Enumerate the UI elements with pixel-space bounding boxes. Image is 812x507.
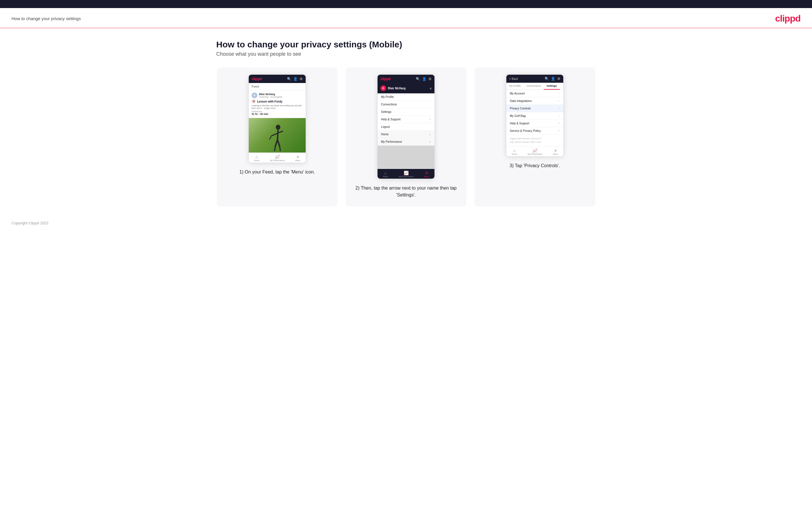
client-version: Clippd Client Version: 2022.8.3-3 (510, 137, 560, 140)
privacy-policy-ext-icon: ↗ (558, 129, 560, 132)
help-label-3: Help & Support (510, 122, 529, 125)
settings-item-privacy-policy[interactable]: Service & Privacy Policy ↗ (506, 127, 563, 135)
step-card-3: < Back 🔍 👤 ⚙ My Profile Connections Sett… (474, 67, 595, 207)
menu-username: Blair McHarg (388, 87, 406, 90)
page-heading: How to change your privacy settings (Mob… (216, 40, 596, 49)
menu-nav-performance[interactable]: My Performance ∨ (377, 138, 435, 146)
tab-my-profile[interactable]: My Profile (506, 83, 523, 90)
search-icon[interactable]: 🔍 (287, 77, 291, 81)
back-btn[interactable]: < Back (509, 77, 518, 80)
svg-point-0 (276, 125, 281, 130)
lesson-name: Lesson with Fordy (257, 100, 283, 103)
svg-line-6 (269, 136, 271, 139)
performance-icon-3: 📈 (532, 148, 538, 153)
menu-item-logout[interactable]: Logout (377, 123, 435, 131)
top-bar (0, 0, 812, 8)
version-info: Clippd Client Version: 2022.8.3-3 GQL Se… (506, 135, 563, 146)
bottom-nav-home-3[interactable]: ⌂ Home (511, 148, 517, 155)
menu-nav-home[interactable]: Home ∨ (377, 131, 435, 138)
feed-date: Yesterday · Sunningdale (259, 96, 283, 98)
settings-list: My Account › Data Integrations › Privacy… (506, 90, 563, 135)
nav-home-label: Home (381, 133, 389, 136)
settings-icon-2[interactable]: ⚙ (428, 77, 432, 81)
menu-label-3: Menu (553, 153, 558, 155)
bottom-nav-home-1[interactable]: ⌂ Home (254, 155, 259, 161)
svg-line-8 (280, 147, 281, 151)
footer: Copyright Clippd 2022 (0, 215, 812, 231)
step-card-2: clippd 🔍 👤 ⚙ B Blair McHarg ∧ (346, 67, 466, 207)
step3-caption: 3) Tap 'Privacy Controls'. (509, 162, 560, 169)
duration-label: Duration (252, 111, 303, 113)
phone-menu-overlay: My Profile Connections Settings Help & S… (377, 93, 435, 169)
bottom-nav-performance-3[interactable]: 📈 My Performance (527, 148, 542, 155)
help-support-label: Help & Support (381, 118, 401, 121)
phone-menu-user-row: B Blair McHarg ∧ (377, 83, 435, 93)
settings-item-data-integrations[interactable]: Data Integrations › (506, 97, 563, 105)
data-integrations-label: Data Integrations (510, 99, 531, 103)
close-label: Menu (424, 175, 429, 177)
bottom-nav-home-2[interactable]: ⌂ Home (383, 171, 388, 177)
performance-label-2: My Performance (399, 175, 413, 177)
feed-bar: Feed (249, 83, 306, 90)
home-label-3: Home (511, 153, 517, 155)
phone-mockup-3: < Back 🔍 👤 ⚙ My Profile Connections Sett… (506, 74, 564, 157)
privacy-controls-label: Privacy Controls (510, 107, 531, 110)
performance-icon-2: 📈 (404, 171, 409, 175)
user-icon-3[interactable]: 👤 (551, 77, 555, 81)
golfer-svg (267, 124, 287, 153)
nav-home-chevron: ∨ (429, 133, 431, 136)
menu-item-settings[interactable]: Settings (377, 108, 435, 116)
my-profile-label: My Profile (381, 95, 394, 99)
settings-icon-3[interactable]: ⚙ (557, 77, 560, 81)
chevron-up-icon[interactable]: ∧ (429, 87, 432, 90)
phone-icons-2: 🔍 👤 ⚙ (416, 77, 432, 81)
bottom-nav-menu-1[interactable]: ≡ Menu (295, 155, 301, 161)
menu-item-my-profile[interactable]: My Profile (377, 93, 435, 101)
privacy-policy-label: Service & Privacy Policy (510, 129, 541, 132)
external-icon: ↗ (429, 118, 431, 121)
step1-caption: 1) On your Feed, tap the 'Menu' icon. (239, 169, 315, 175)
feed-item: B Blair McHarg Yesterday · Sunningdale 🎯… (249, 90, 306, 118)
settings-item-help[interactable]: Help & Support ↗ (506, 120, 563, 127)
settings-item-golf-bag[interactable]: My Golf Bag › (506, 112, 563, 120)
my-account-chevron: › (559, 92, 560, 95)
tab-connections[interactable]: Connections (523, 83, 544, 90)
home-icon: ⌂ (256, 155, 258, 159)
performance-label-3: My Performance (527, 153, 542, 155)
phone-logo-1: clippd (252, 77, 262, 81)
lesson-desc: Looking to feel like my hands are exitin… (252, 104, 303, 109)
phone-icons-3: 🔍 👤 ⚙ (545, 77, 560, 81)
help-ext-icon: ↗ (558, 122, 560, 125)
settings-item-my-account[interactable]: My Account › (506, 90, 563, 97)
steps-row: clippd 🔍 👤 ⚙ Feed B Blair (216, 67, 596, 207)
bottom-nav-performance-1[interactable]: 📈 My Performance (270, 155, 285, 161)
phone-menu-user: B Blair McHarg (380, 85, 406, 91)
svg-line-3 (277, 139, 280, 147)
copyright: Copyright Clippd 2022 (11, 221, 49, 225)
svg-line-1 (277, 130, 278, 139)
feed-username: Blair McHarg (259, 93, 283, 96)
step2-caption: 2) Then, tap the arrow next to your name… (353, 185, 459, 199)
phone-mockup-2: clippd 🔍 👤 ⚙ B Blair McHarg ∧ (377, 74, 435, 179)
bottom-nav-close[interactable]: ✕ Menu (424, 171, 429, 177)
phone-topbar-3: < Back 🔍 👤 ⚙ (506, 75, 563, 83)
bottom-nav-menu-3[interactable]: ≡ Menu (553, 148, 558, 155)
logo: clippd (775, 13, 801, 24)
page-subheading: Choose what you want people to see (216, 51, 596, 57)
settings-icon[interactable]: ⚙ (300, 77, 303, 81)
menu-icon: ≡ (297, 155, 299, 159)
search-icon-3[interactable]: 🔍 (545, 77, 549, 81)
blurred-area (377, 146, 435, 169)
settings-label: Settings (381, 110, 391, 113)
menu-item-help-support[interactable]: Help & Support ↗ (377, 116, 435, 123)
header: How to change your privacy settings clip… (0, 8, 812, 28)
settings-item-privacy-controls[interactable]: Privacy Controls › (506, 105, 563, 112)
header-title: How to change your privacy settings (11, 16, 81, 21)
user-icon-2[interactable]: 👤 (422, 77, 426, 81)
bottom-nav-performance-2[interactable]: 📈 My Performance (399, 171, 413, 177)
user-icon[interactable]: 👤 (293, 77, 298, 81)
tab-settings[interactable]: Settings (544, 83, 560, 90)
search-icon-2[interactable]: 🔍 (416, 77, 420, 81)
performance-icon: 📈 (275, 155, 280, 159)
menu-item-connections[interactable]: Connections (377, 101, 435, 108)
